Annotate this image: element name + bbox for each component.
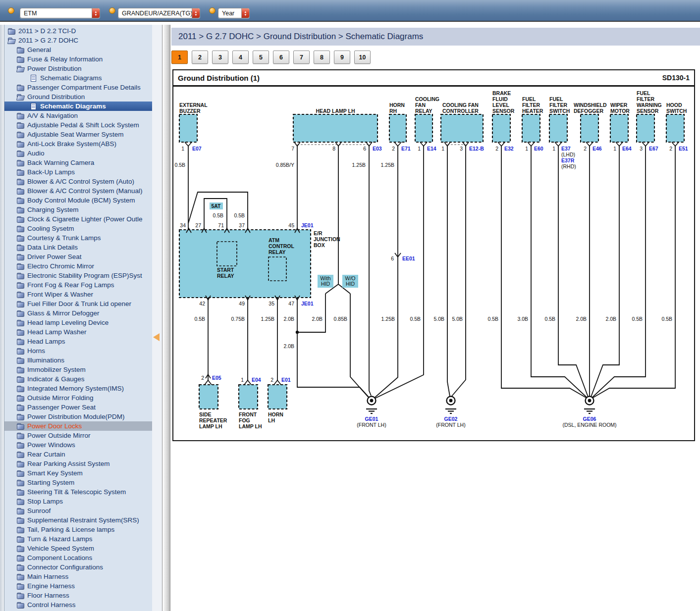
sidebar-item[interactable]: Data Link Details xyxy=(4,243,152,252)
sidebar-item[interactable]: Stop Lamps xyxy=(4,497,152,506)
sidebar-item[interactable]: Power Distribution Module(PDM) xyxy=(4,412,152,421)
sidebar-item[interactable]: Adjustable Seat Warmer System xyxy=(4,130,152,139)
sidebar-item[interactable]: Main Harness xyxy=(4,572,152,581)
wire-gauge: 0.85B/Y xyxy=(276,162,294,168)
page-button[interactable]: 7 xyxy=(293,51,310,64)
pane-splitter[interactable] xyxy=(162,25,170,611)
sidebar-item[interactable]: Power Outside Mirror xyxy=(4,431,152,440)
sidebar-item-label: Audio xyxy=(27,150,45,157)
sidebar-item[interactable]: Starting System xyxy=(4,478,152,487)
model-select[interactable]: GRANDEUR/AZERA(TG) xyxy=(118,8,200,18)
stepper-arrows-icon[interactable] xyxy=(92,8,100,18)
pin-number: 1 xyxy=(441,146,444,152)
page-button[interactable]: 2 xyxy=(192,51,208,64)
manual-type-select[interactable]: ETM xyxy=(20,8,100,18)
sidebar-item[interactable]: Connector Configurations xyxy=(4,562,152,572)
tree-icon xyxy=(16,451,24,458)
sidebar-item[interactable]: Ground Distribution xyxy=(4,92,152,102)
sidebar-item[interactable]: Electro Chromic Mirror xyxy=(4,261,152,271)
sidebar-item[interactable]: Outside Mirror Folding xyxy=(4,393,152,403)
pin-number: 3 xyxy=(460,146,463,152)
sidebar-item[interactable]: A/V & Navigation xyxy=(4,111,152,120)
sidebar-item[interactable]: Supplemental Restraint System(SRS) xyxy=(4,515,152,525)
page-button[interactable]: 1 xyxy=(171,51,188,64)
year-select[interactable]: Year xyxy=(218,8,250,18)
page-button[interactable]: 5 xyxy=(253,51,269,64)
sidebar-item[interactable]: Horns xyxy=(4,346,152,356)
tree-icon xyxy=(16,141,24,148)
collapse-sidebar-arrow-icon[interactable] xyxy=(153,333,160,341)
sidebar-item[interactable]: Control Harness xyxy=(4,600,152,610)
sidebar-item[interactable]: General xyxy=(4,45,152,54)
stepper-arrows-icon[interactable] xyxy=(192,8,200,18)
sidebar-item[interactable]: Head Lamps xyxy=(4,337,152,346)
sidebar-item[interactable]: Power Distribution xyxy=(4,64,152,73)
sidebar-item[interactable]: Smart Key System xyxy=(4,468,152,478)
sidebar-item[interactable]: Illuminations xyxy=(4,356,152,365)
sidebar-item[interactable]: Immobilizer System xyxy=(4,365,152,374)
sidebar-item[interactable]: Blower & A/C Control System (Manual) xyxy=(4,186,152,196)
sidebar-scroll-strip[interactable] xyxy=(152,25,162,611)
stepper-arrows-icon[interactable] xyxy=(241,8,249,18)
sidebar-item[interactable]: Driver Power Seat xyxy=(4,252,152,261)
sidebar-item[interactable]: Schematic Diagrams xyxy=(4,102,152,111)
component-name: HOOD xyxy=(666,102,682,108)
page-button[interactable]: 4 xyxy=(232,51,249,64)
sidebar-item[interactable]: Head lamp Leveling Device xyxy=(4,318,152,327)
sidebar-item[interactable]: 2011 > G 2.7 DOHC xyxy=(4,36,152,45)
sidebar-item[interactable]: Body Control Module (BCM) System xyxy=(4,196,152,205)
sidebar-item[interactable]: Tail, Parking & License lamps xyxy=(4,525,152,534)
sidebar-item[interactable]: Head Lamp Washer xyxy=(4,327,152,337)
sidebar-item[interactable]: Passenger Power Seat xyxy=(4,403,152,412)
sidebar-item-label: Back-Up Lamps xyxy=(27,168,75,176)
sidebar-item[interactable]: Engine Harness xyxy=(4,581,152,591)
sidebar-item[interactable]: Turn & Hazard Lamps xyxy=(4,534,152,544)
sidebar-item[interactable]: Power Windows xyxy=(4,440,152,450)
sidebar-item[interactable]: Floor Harness xyxy=(4,591,152,600)
component-name: SWITCH xyxy=(549,108,570,114)
sidebar-item[interactable]: Blower & A/C Control System (Auto) xyxy=(4,177,152,186)
sidebar-item[interactable]: Fuse & Relay Information xyxy=(4,54,152,64)
sidebar-item[interactable]: Power Door Locks xyxy=(4,421,152,431)
sidebar-item[interactable]: Indicator & Gauges xyxy=(4,374,152,384)
sidebar-item[interactable]: Anti-Lock Brake System(ABS) xyxy=(4,139,152,149)
sidebar-item[interactable]: Front Wiper & Washer xyxy=(4,290,152,299)
sidebar-item[interactable]: Rear Parking Assist System xyxy=(4,459,152,468)
page-button[interactable]: 6 xyxy=(273,51,289,64)
relay-name: RELAY xyxy=(217,273,234,279)
sidebar-item[interactable]: Courtesy & Trunk Lamps xyxy=(4,233,152,243)
sidebar-item[interactable]: Back-Up Lamps xyxy=(4,167,152,177)
wire-gauge: 0.5B xyxy=(213,212,223,218)
sidebar-item[interactable]: Fuel Filler Door & Trunk Lid opener xyxy=(4,299,152,308)
sidebar-item[interactable]: Back Warning Camera xyxy=(4,158,152,167)
tree-icon xyxy=(16,460,24,467)
page-button[interactable]: 3 xyxy=(212,51,228,64)
sidebar-item-label: Charging System xyxy=(27,206,79,213)
page-button[interactable]: 8 xyxy=(314,51,330,64)
sidebar-item[interactable]: Electronic Stability Program (ESP)Syst xyxy=(4,271,152,280)
sidebar-item[interactable]: 2011 > D 2.2 TCI-D xyxy=(4,26,152,36)
sidebar-item[interactable]: Charging System xyxy=(4,205,152,214)
sidebar-item[interactable]: Front Fog & Rear Fog Lamps xyxy=(4,280,152,290)
diagram-code: SD130-1 xyxy=(662,74,690,82)
page-button[interactable]: 9 xyxy=(334,51,350,64)
sidebar-item[interactable]: Audio xyxy=(4,149,152,158)
sidebar-item[interactable]: Vehicle Speed System xyxy=(4,544,152,553)
sidebar-item[interactable]: Rear Curtain xyxy=(4,450,152,459)
relay-name: RELAY xyxy=(269,249,286,255)
sidebar-item[interactable]: Sunroof xyxy=(4,506,152,515)
sidebar-item[interactable]: Integrated Memory System(IMS) xyxy=(4,384,152,393)
sidebar-item[interactable]: Steering Tilt & Telescopic System xyxy=(4,487,152,497)
sidebar-item[interactable]: Schematic Diagrams xyxy=(4,73,152,83)
tree-icon xyxy=(16,404,24,411)
page-button[interactable]: 10 xyxy=(354,51,371,64)
sidebar-item[interactable]: Component Locations xyxy=(4,553,152,562)
sidebar-item[interactable]: Passenger Compartment Fuse Details xyxy=(4,83,152,92)
sidebar-item[interactable]: Glass & Mirror Defogger xyxy=(4,308,152,318)
sidebar-item-label: Front Fog & Rear Fog Lamps xyxy=(27,281,114,289)
breadcrumb: 2011 > G 2.7 DOHC > Ground Distribution … xyxy=(178,32,423,42)
sidebar-item[interactable]: Cooling Sysetm xyxy=(4,224,152,233)
sidebar-item-label: Vehicle Speed System xyxy=(27,545,94,552)
sidebar-item[interactable]: Clock & Cigarette Lighter (Power Outle xyxy=(4,214,152,224)
sidebar-item[interactable]: Adjustable Pedal & Shift Lock System xyxy=(4,120,152,130)
